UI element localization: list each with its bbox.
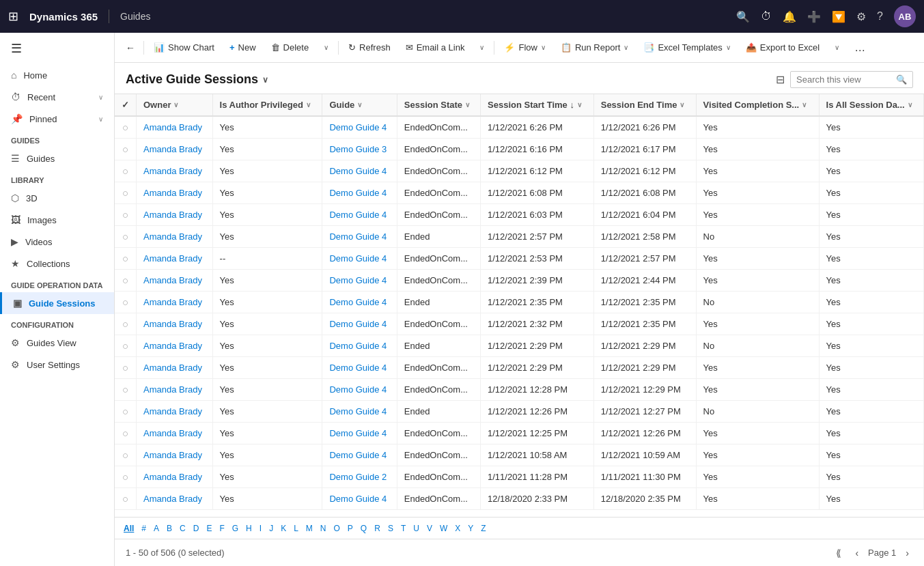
table-row[interactable]: ○ Amanda Brady Yes Demo Guide 4 Ended 1/… — [115, 226, 924, 248]
row-radio[interactable]: ○ — [115, 248, 137, 270]
cell-guide[interactable]: Demo Guide 4 — [322, 270, 397, 292]
timer-icon[interactable]: ⏱ — [761, 10, 772, 23]
row-radio[interactable]: ○ — [115, 204, 137, 226]
alpha-btn-m[interactable]: M — [303, 522, 316, 535]
alpha-btn-i[interactable]: I — [256, 522, 265, 535]
table-row[interactable]: ○ Amanda Brady Yes Demo Guide 4 EndedOnC… — [115, 116, 924, 139]
first-page-button[interactable]: ⟪ — [832, 546, 845, 560]
table-row[interactable]: ○ Amanda Brady Yes Demo Guide 4 EndedOnC… — [115, 488, 924, 510]
alpha-btn-q[interactable]: Q — [357, 522, 370, 535]
col-is-all-session[interactable]: Is All Session Da... ∨ — [819, 94, 923, 116]
table-row[interactable]: ○ Amanda Brady Yes Demo Guide 4 EndedOnC… — [115, 313, 924, 335]
cell-guide[interactable]: Demo Guide 4 — [322, 335, 397, 357]
search-icon[interactable]: 🔍 — [736, 10, 750, 23]
alpha-btn-e[interactable]: E — [203, 522, 215, 535]
cell-guide[interactable]: Demo Guide 3 — [322, 139, 397, 160]
cmd-chevron-2[interactable]: ∨ — [473, 40, 491, 55]
row-radio[interactable]: ○ — [115, 160, 137, 182]
search-input[interactable] — [796, 74, 892, 85]
table-row[interactable]: ○ Amanda Brady Yes Demo Guide 4 EndedOnC… — [115, 379, 924, 401]
cell-owner[interactable]: Amanda Brady — [137, 357, 213, 379]
sidebar-item-guide-sessions[interactable]: ▣ Guide Sessions — [0, 292, 114, 314]
cell-guide[interactable]: Demo Guide 4 — [322, 444, 397, 466]
row-radio[interactable]: ○ — [115, 357, 137, 379]
sidebar-item-home[interactable]: ⌂ Home — [0, 64, 114, 86]
show-chart-button[interactable]: 📊 Show Chart — [147, 38, 221, 57]
alpha-btn-b[interactable]: B — [163, 522, 176, 535]
export-excel-button[interactable]: 📤 Export to Excel — [739, 38, 826, 57]
cell-guide[interactable]: Demo Guide 4 — [322, 379, 397, 401]
alpha-btn-f[interactable]: F — [216, 522, 227, 535]
filter-icon[interactable]: ⊟ — [776, 73, 785, 86]
new-button[interactable]: + New — [223, 38, 263, 57]
sidebar-item-collections[interactable]: ★ Collections — [0, 253, 114, 274]
table-row[interactable]: ○ Amanda Brady Yes Demo Guide 4 EndedOnC… — [115, 270, 924, 292]
notification-icon[interactable]: 🔔 — [783, 10, 796, 23]
alpha-btn-o[interactable]: O — [331, 522, 344, 535]
table-row[interactable]: ○ Amanda Brady Yes Demo Guide 4 Ended 1/… — [115, 292, 924, 313]
table-row[interactable]: ○ Amanda Brady Yes Demo Guide 4 EndedOnC… — [115, 444, 924, 466]
alpha-btn-d[interactable]: D — [190, 522, 203, 535]
cell-owner[interactable]: Amanda Brady — [137, 401, 213, 423]
row-radio[interactable]: ○ — [115, 335, 137, 357]
cell-owner[interactable]: Amanda Brady — [137, 204, 213, 226]
alpha-btn-p[interactable]: P — [344, 522, 356, 535]
excel-templates-button[interactable]: 📑 Excel Templates ∨ — [636, 38, 737, 57]
cell-guide[interactable]: Demo Guide 4 — [322, 357, 397, 379]
more-button[interactable]: … — [848, 38, 872, 58]
cell-owner[interactable]: Amanda Brady — [137, 292, 213, 313]
alpha-btn-g[interactable]: G — [229, 522, 242, 535]
run-report-button[interactable]: 📋 Run Report ∨ — [554, 38, 635, 57]
filter-icon-nav[interactable]: 🔽 — [832, 10, 845, 23]
cmd-chevron-3[interactable]: ∨ — [828, 40, 846, 55]
row-radio[interactable]: ○ — [115, 292, 137, 313]
sidebar-item-images[interactable]: 🖼 Images — [0, 209, 114, 231]
table-row[interactable]: ○ Amanda Brady Yes Demo Guide 4 EndedOnC… — [115, 423, 924, 444]
table-row[interactable]: ○ Amanda Brady Yes Demo Guide 4 EndedOnC… — [115, 204, 924, 226]
cell-owner[interactable]: Amanda Brady — [137, 313, 213, 335]
alpha-btn-v[interactable]: V — [423, 522, 436, 535]
select-all-checkbox[interactable]: ✓ — [122, 100, 129, 110]
back-button[interactable]: ← — [120, 38, 141, 57]
col-session-start-time[interactable]: Session Start Time ↓ ∨ — [481, 94, 594, 116]
cell-guide[interactable]: Demo Guide 4 — [322, 160, 397, 182]
alpha-btn-a[interactable]: A — [150, 522, 163, 535]
cell-owner[interactable]: Amanda Brady — [137, 160, 213, 182]
alpha-btn-y[interactable]: Y — [464, 522, 477, 535]
cell-owner[interactable]: Amanda Brady — [137, 444, 213, 466]
table-row[interactable]: ○ Amanda Brady Yes Demo Guide 3 EndedOnC… — [115, 139, 924, 160]
row-radio[interactable]: ○ — [115, 270, 137, 292]
view-title[interactable]: Active Guide Sessions ∨ — [126, 72, 268, 87]
cell-guide[interactable]: Demo Guide 4 — [322, 182, 397, 204]
email-link-button[interactable]: ✉ Email a Link — [399, 38, 472, 57]
row-radio[interactable]: ○ — [115, 401, 137, 423]
cell-owner[interactable]: Amanda Brady — [137, 226, 213, 248]
sidebar-item-recent[interactable]: ⏱ Recent ∨ — [0, 86, 114, 108]
cell-owner[interactable]: Amanda Brady — [137, 423, 213, 444]
col-session-end-time[interactable]: Session End Time ∨ — [593, 94, 696, 116]
row-radio[interactable]: ○ — [115, 466, 137, 488]
col-session-state[interactable]: Session State ∨ — [397, 94, 480, 116]
avatar[interactable]: AB — [894, 5, 916, 27]
row-radio[interactable]: ○ — [115, 488, 137, 510]
sidebar-item-videos[interactable]: ▶ Videos — [0, 231, 114, 253]
cell-owner[interactable]: Amanda Brady — [137, 182, 213, 204]
delete-button[interactable]: 🗑 Delete — [264, 38, 316, 57]
row-radio[interactable]: ○ — [115, 116, 137, 139]
col-check[interactable]: ✓ — [115, 94, 137, 116]
cell-guide[interactable]: Demo Guide 2 — [322, 466, 397, 488]
alpha-btn-l[interactable]: L — [290, 522, 302, 535]
cell-owner[interactable]: Amanda Brady — [137, 466, 213, 488]
next-page-button[interactable]: › — [901, 546, 913, 560]
sidebar-item-guides[interactable]: ☰ Guides — [0, 147, 114, 169]
sidebar-hamburger[interactable]: ☰ — [0, 33, 114, 64]
alpha-btn-h[interactable]: H — [242, 522, 255, 535]
sidebar-item-user-settings[interactable]: ⚙ User Settings — [0, 354, 114, 376]
cell-owner[interactable]: Amanda Brady — [137, 139, 213, 160]
alpha-btn-t[interactable]: T — [397, 522, 409, 535]
row-radio[interactable]: ○ — [115, 182, 137, 204]
cell-owner[interactable]: Amanda Brady — [137, 116, 213, 139]
alpha-btn-j[interactable]: J — [266, 522, 277, 535]
cell-owner[interactable]: Amanda Brady — [137, 488, 213, 510]
alpha-btn-z[interactable]: Z — [477, 522, 489, 535]
